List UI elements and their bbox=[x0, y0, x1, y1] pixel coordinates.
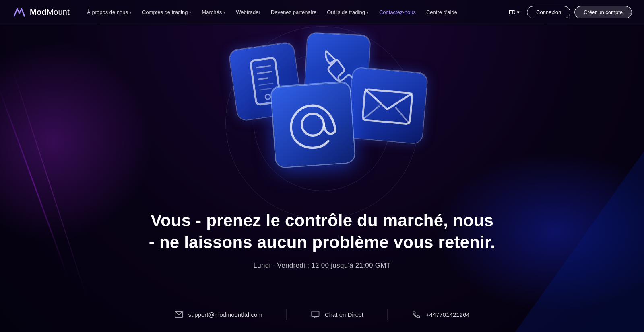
logo-link[interactable]: ModMount bbox=[12, 5, 70, 20]
nav-item-partner[interactable]: Devenez partenaire bbox=[266, 9, 322, 15]
nav-links: À propos de nous ▾ Comptes de trading ▾ … bbox=[82, 9, 506, 15]
hero-section: ModMount À propos de nous ▾ Comptes de t… bbox=[0, 0, 644, 332]
chat-icon bbox=[311, 310, 320, 319]
divider-1 bbox=[287, 309, 287, 320]
svg-line-2 bbox=[256, 66, 271, 68]
contact-phone[interactable]: +447701421264 bbox=[412, 310, 470, 319]
nav-item-contact[interactable]: Contactez-nous bbox=[374, 9, 421, 15]
language-button[interactable]: FR ▾ bbox=[506, 9, 523, 15]
svg-line-11 bbox=[394, 107, 411, 124]
envelope-symbol-icon bbox=[359, 79, 416, 132]
nav-item-about[interactable]: À propos de nous ▾ bbox=[82, 9, 137, 15]
contact-row: support@modmountltd.com Chat en Direct +… bbox=[174, 309, 469, 320]
hero-schedule: Lundi - Vendredi : 12:00 jusqu'à 21:00 G… bbox=[141, 262, 503, 270]
bg-line-2 bbox=[11, 66, 86, 295]
bg-line-1 bbox=[0, 86, 68, 276]
svg-line-10 bbox=[362, 105, 379, 121]
svg-line-4 bbox=[258, 78, 268, 79]
login-button[interactable]: Connexion bbox=[527, 6, 570, 18]
svg-point-7 bbox=[265, 94, 271, 100]
brand-name: ModMount bbox=[30, 8, 70, 17]
hero-text-block: Vous - prenez le contrôle du marché, nou… bbox=[141, 210, 503, 270]
at-symbol-icon bbox=[284, 94, 343, 154]
nav-item-help[interactable]: Centre d'aide bbox=[421, 9, 462, 15]
nav-item-markets[interactable]: Marchés ▾ bbox=[196, 9, 231, 15]
divider-2 bbox=[388, 309, 388, 320]
caret-icon: ▾ bbox=[223, 10, 225, 14]
bg-glow-left bbox=[0, 40, 153, 241]
hero-headline: Vous - prenez le contrôle du marché, nou… bbox=[141, 210, 503, 254]
caret-icon: ▾ bbox=[130, 10, 132, 14]
nav-item-tools[interactable]: Outils de trading ▾ bbox=[322, 9, 374, 15]
svg-rect-13 bbox=[312, 311, 319, 317]
nav-item-webtrader[interactable]: Webtrader bbox=[231, 9, 265, 15]
svg-point-8 bbox=[301, 113, 324, 136]
signup-button[interactable]: Créer un compte bbox=[574, 6, 632, 18]
svg-line-6 bbox=[260, 88, 272, 90]
email-icon bbox=[174, 310, 183, 319]
caret-icon: ▾ bbox=[189, 10, 191, 14]
phone-icon bbox=[412, 310, 421, 319]
svg-line-3 bbox=[257, 72, 272, 74]
envelope-icon-card bbox=[347, 67, 428, 143]
nav-item-accounts[interactable]: Comptes de trading ▾ bbox=[137, 9, 196, 15]
nav-right: FR ▾ Connexion Créer un compte bbox=[506, 6, 632, 18]
contact-email[interactable]: support@modmountltd.com bbox=[174, 310, 262, 319]
caret-icon: ▾ bbox=[367, 10, 369, 14]
bg-triangle bbox=[515, 151, 644, 332]
email-at-icon-card bbox=[271, 82, 355, 167]
svg-line-5 bbox=[259, 83, 273, 85]
caret-icon: ▾ bbox=[517, 9, 520, 15]
logo-icon bbox=[12, 5, 27, 20]
icons-cluster bbox=[181, 22, 463, 223]
contact-chat[interactable]: Chat en Direct bbox=[311, 310, 363, 319]
navbar: ModMount À propos de nous ▾ Comptes de t… bbox=[0, 0, 644, 25]
